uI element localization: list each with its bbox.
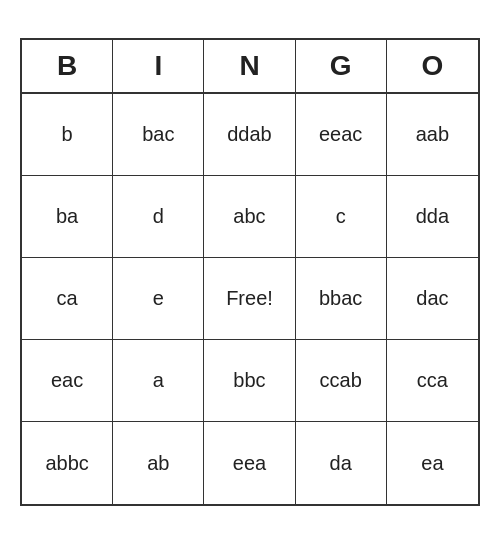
bingo-cell: aab (387, 94, 478, 176)
bingo-cell: c (296, 176, 387, 258)
bingo-cell: e (113, 258, 204, 340)
bingo-cell: Free! (204, 258, 295, 340)
bingo-cell: bac (113, 94, 204, 176)
header-cell: I (113, 40, 204, 92)
bingo-header: BINGO (22, 40, 478, 94)
header-cell: B (22, 40, 113, 92)
bingo-cell: bbc (204, 340, 295, 422)
header-cell: N (204, 40, 295, 92)
bingo-cell: eac (22, 340, 113, 422)
bingo-cell: ba (22, 176, 113, 258)
bingo-cell: abbc (22, 422, 113, 504)
bingo-cell: cca (387, 340, 478, 422)
bingo-cell: d (113, 176, 204, 258)
bingo-cell: eeac (296, 94, 387, 176)
bingo-cell: dda (387, 176, 478, 258)
bingo-cell: da (296, 422, 387, 504)
header-cell: G (296, 40, 387, 92)
bingo-cell: ddab (204, 94, 295, 176)
bingo-cell: a (113, 340, 204, 422)
header-cell: O (387, 40, 478, 92)
bingo-cell: b (22, 94, 113, 176)
bingo-cell: bbac (296, 258, 387, 340)
bingo-cell: dac (387, 258, 478, 340)
bingo-cell: ccab (296, 340, 387, 422)
bingo-body: bbacddabeeacaabbadabccddacaeFree!bbacdac… (22, 94, 478, 504)
bingo-cell: abc (204, 176, 295, 258)
bingo-cell: ea (387, 422, 478, 504)
bingo-card: BINGO bbacddabeeacaabbadabccddacaeFree!b… (20, 38, 480, 506)
bingo-cell: ab (113, 422, 204, 504)
bingo-cell: ca (22, 258, 113, 340)
bingo-cell: eea (204, 422, 295, 504)
